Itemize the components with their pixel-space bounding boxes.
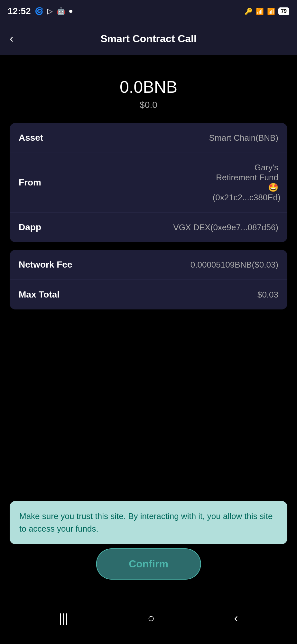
page-title: Smart Contract Call [100,33,197,45]
asset-value: Smart Chain(BNB) [209,133,278,143]
back-button[interactable]: ‹ [10,33,14,44]
battery-badge: 79 [278,7,289,15]
amount-primary: 0.0BNB [10,77,287,97]
network-fee-label: Network Fee [19,260,72,270]
dapp-value: VGX DEX(0xe9e7...087d56) [173,223,278,232]
max-total-label: Max Total [19,289,60,300]
info-card: Asset Smart Chain(BNB) From Gary's Retir… [10,123,287,242]
bottom-nav: ||| ○ ‹ [0,592,297,644]
nav-recent-apps-icon[interactable]: ||| [59,611,68,625]
from-value-line2: (0x21c2...c380Ed) [213,193,278,203]
spacer [10,317,287,510]
from-value-block: Gary's Retirement Fund 🤩 (0x21c2...c380E… [177,163,278,203]
max-total-value: $0.03 [257,290,278,300]
fee-row-network: Network Fee 0.00005109BNB($0.03) [10,250,287,280]
app-icon-3: 🤖 [57,7,65,15]
fee-card: Network Fee 0.00005109BNB($0.03) Max Tot… [10,250,287,309]
asset-label: Asset [19,133,43,143]
amount-secondary: $0.0 [10,100,287,110]
amount-section: 0.0BNB $0.0 [10,68,287,123]
info-row-dapp: Dapp VGX DEX(0xe9e7...087d56) [10,213,287,242]
info-row-asset: Asset Smart Chain(BNB) [10,123,287,153]
status-time: 12:52 [8,6,31,16]
app-icon-1: 🌀 [35,7,43,15]
status-bar: 12:52 🌀 ▷ 🤖 🔑 📶 📶 79 [0,0,297,23]
wifi-icon: 📶 [256,7,264,15]
dot-indicator [69,10,72,13]
main-content: 0.0BNB $0.0 Asset Smart Chain(BNB) From … [0,55,297,510]
nav-back-icon[interactable]: ‹ [234,611,238,625]
info-row-from: From Gary's Retirement Fund 🤩 (0x21c2...… [10,153,287,213]
nav-home-icon[interactable]: ○ [148,611,155,625]
network-fee-value: 0.00005109BNB($0.03) [190,260,278,270]
warning-text: Make sure you trust this site. By intera… [19,511,273,534]
key-icon: 🔑 [245,7,253,15]
page-header: ‹ Smart Contract Call [0,23,297,55]
app-icon-2: ▷ [47,7,53,15]
status-right: 🔑 📶 📶 79 [245,7,289,15]
warning-box: Make sure you trust this site. By intera… [10,501,287,544]
fee-row-max: Max Total $0.03 [10,280,287,309]
from-value-line1: Gary's Retirement Fund 🤩 [213,163,278,193]
dapp-label: Dapp [19,222,41,232]
from-label: From [19,177,41,188]
status-left: 12:52 🌀 ▷ 🤖 [8,6,72,16]
signal-icon: 📶 [267,7,275,15]
confirm-button[interactable]: Confirm [96,548,201,580]
